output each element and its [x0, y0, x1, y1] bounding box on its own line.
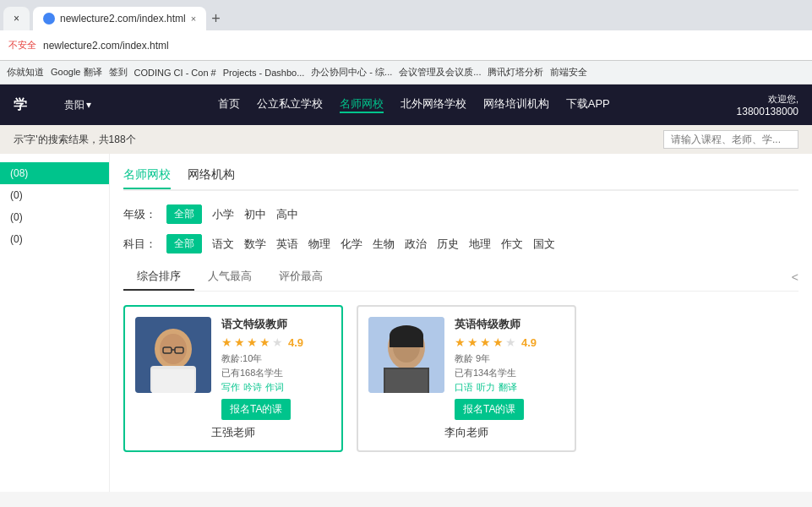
star-3: ★ [247, 335, 258, 349]
tab-inactive[interactable]: × [3, 7, 30, 30]
sidebar-item-0[interactable]: (08) [0, 162, 109, 184]
subject-politics-link[interactable]: 政治 [405, 237, 427, 252]
tab-famous-teachers[interactable]: 名师网校 [123, 167, 171, 189]
svg-rect-12 [385, 369, 428, 393]
tab-favicon [43, 13, 55, 25]
teacher-stars-0: ★ ★ ★ ★ ★ 4.9 [221, 335, 331, 349]
sidebar-item-3[interactable]: (0) [0, 228, 109, 250]
teacher-avatar-1 [368, 317, 444, 393]
sort-tabs: 综合排序 人气最高 评价最高 < [123, 264, 798, 292]
enroll-button-1[interactable]: 报名TA的课 [455, 399, 524, 420]
subject-english-link[interactable]: 英语 [276, 237, 298, 252]
tab-online-institution[interactable]: 网络机构 [188, 167, 235, 189]
bookmark-projects[interactable]: Projects - Dashbo... [223, 68, 305, 78]
main-nav: 首页 公立私立学校 名师网校 北外网络学校 网络培训机构 下载APP [108, 96, 720, 113]
site-logo: 学 [14, 96, 47, 114]
new-tab-button[interactable]: + [211, 7, 221, 30]
bookmark-signin[interactable]: 签到 [109, 66, 128, 79]
bookmarks-bar: 你就知道 Google 翻译 签到 CODING CI - Con # Proj… [0, 61, 812, 84]
bookmark-tencent[interactable]: 腾讯灯塔分析 [488, 66, 543, 79]
bookmark-meeting[interactable]: 会议管理及会议质... [399, 66, 481, 79]
sidebar-item-2[interactable]: (0) [0, 206, 109, 228]
content-tabs: 名师网校 网络机构 [123, 167, 798, 191]
subject-chinese-link[interactable]: 语文 [212, 237, 234, 252]
nav-app[interactable]: 下载APP [566, 96, 610, 113]
bookmark-nizhi[interactable]: 你就知道 [7, 66, 44, 79]
star2-2: ★ [467, 335, 478, 349]
teacher-card-inner-1: 英语特级教师 ★ ★ ★ ★ ★ 4.9 教龄 9年 已有134名学生 口语 [368, 317, 564, 420]
teacher-card-1: 英语特级教师 ★ ★ ★ ★ ★ 4.9 教龄 9年 已有134名学生 口语 [357, 305, 576, 452]
content-area: 名师网校 网络机构 年级： 全部 小学 初中 高中 科目： 全部 语文 数学 英… [110, 154, 812, 492]
sort-popular[interactable]: 人气最高 [194, 264, 265, 291]
subject-chemistry-link[interactable]: 化学 [341, 237, 362, 252]
nav-home[interactable]: 首页 [218, 96, 240, 113]
bookmark-office[interactable]: 办公协同中心 - 综... [311, 66, 392, 79]
sidebar-section: (08) (0) (0) (0) [0, 162, 109, 250]
bookmark-google[interactable]: Google 翻译 [51, 66, 102, 79]
sort-comprehensive[interactable]: 综合排序 [123, 264, 194, 291]
tab-bar: × newlecture2.com/index.html × + [0, 0, 812, 30]
star2-4: ★ [493, 335, 504, 349]
grade-all-btn[interactable]: 全部 [166, 204, 202, 224]
grade-middle-link[interactable]: 初中 [244, 207, 266, 222]
grade-high-link[interactable]: 高中 [276, 207, 298, 222]
enroll-button-0[interactable]: 报名TA的课 [221, 399, 291, 420]
grade-filter-label: 年级： [123, 207, 156, 222]
sidebar-item-1[interactable]: (0) [0, 184, 109, 206]
subject-physics-link[interactable]: 物理 [308, 237, 330, 252]
teacher-card-inner-0: 语文特级教师 ★ ★ ★ ★ ★ 4.9 教龄:10年 已有168名学生 写作 [135, 317, 331, 420]
teacher-tags-1: 口语 听力 翻译 [455, 381, 564, 394]
bookmark-frontend[interactable]: 前端安全 [550, 66, 587, 79]
star-5: ★ [272, 335, 283, 349]
grade-primary-link[interactable]: 小学 [212, 207, 234, 222]
subject-writing-link[interactable]: 作文 [501, 237, 523, 252]
nav-schools[interactable]: 公立私立学校 [257, 96, 323, 113]
sort-rating[interactable]: 评价最高 [265, 264, 336, 291]
tab-label: newlecture2.com/index.html [60, 13, 186, 25]
tag-listening[interactable]: 听力 [477, 381, 495, 394]
tab-close-icon[interactable]: × [14, 13, 19, 25]
tag-speaking[interactable]: 口语 [455, 381, 473, 394]
svg-rect-14 [390, 335, 423, 347]
browser-chrome: × newlecture2.com/index.html × + 不安全 new… [0, 0, 812, 84]
bookmark-coding[interactable]: CODING CI - Con # [134, 68, 216, 78]
teacher-name-0: 王强老师 [211, 425, 255, 440]
teacher-students-1: 已有134名学生 [455, 367, 564, 379]
search-input[interactable] [663, 130, 798, 149]
teacher-rating-0: 4.9 [288, 336, 303, 349]
teacher-info-0: 语文特级教师 ★ ★ ★ ★ ★ 4.9 教龄:10年 已有168名学生 写作 [221, 317, 331, 420]
teacher-cards: 语文特级教师 ★ ★ ★ ★ ★ 4.9 教龄:10年 已有168名学生 写作 [123, 305, 798, 452]
subject-filter-label: 科目： [123, 237, 156, 252]
tab-active[interactable]: newlecture2.com/index.html × [33, 7, 206, 30]
nav-teachers[interactable]: 名师网校 [340, 96, 384, 113]
subject-history-link[interactable]: 历史 [437, 237, 459, 252]
tab-close-button[interactable]: × [191, 14, 196, 24]
subject-all-btn[interactable]: 全部 [166, 234, 202, 254]
subject-wenyan-link[interactable]: 国文 [533, 237, 555, 252]
tag-lyrics[interactable]: 作词 [265, 381, 284, 394]
teacher-students-0: 已有168名学生 [221, 367, 331, 379]
subject-filter-row: 科目： 全部 语文 数学 英语 物理 化学 生物 政治 历史 地理 作文 国文 [123, 234, 798, 254]
nav-training[interactable]: 网络培训机构 [483, 96, 549, 113]
security-warning: 不安全 [8, 39, 36, 52]
main-layout: (08) (0) (0) (0) 名师网校 网络机构 年级： 全部 小学 初中 … [0, 154, 812, 492]
tag-writing[interactable]: 写作 [221, 381, 240, 394]
subject-biology-link[interactable]: 生物 [373, 237, 395, 252]
address-bar: 不安全 newlecture2.com/index.html [0, 30, 812, 61]
search-result-count: 示'字'的搜索结果，共188个 [14, 133, 136, 147]
teacher-info-1: 英语特级教师 ★ ★ ★ ★ ★ 4.9 教龄 9年 已有134名学生 口语 [455, 317, 564, 420]
sort-arrow-right[interactable]: < [792, 270, 798, 284]
url-display[interactable]: newlecture2.com/index.html [43, 40, 169, 52]
grade-filter-row: 年级： 全部 小学 初中 高中 [123, 204, 798, 224]
svg-rect-4 [152, 369, 194, 393]
teacher-avatar-0 [135, 317, 211, 393]
subject-geography-link[interactable]: 地理 [469, 237, 491, 252]
subject-math-link[interactable]: 数学 [244, 237, 266, 252]
tag-translation[interactable]: 翻译 [499, 381, 517, 394]
star2-1: ★ [455, 335, 466, 349]
location-badge[interactable]: 贵阳 ▾ [64, 98, 91, 112]
header-greeting: 欢迎您, [737, 93, 798, 106]
nav-foreign[interactable]: 北外网络学校 [401, 96, 466, 113]
teacher-card-0: 语文特级教师 ★ ★ ★ ★ ★ 4.9 教龄:10年 已有168名学生 写作 [123, 305, 343, 452]
tag-poetry[interactable]: 吟诗 [243, 381, 262, 394]
